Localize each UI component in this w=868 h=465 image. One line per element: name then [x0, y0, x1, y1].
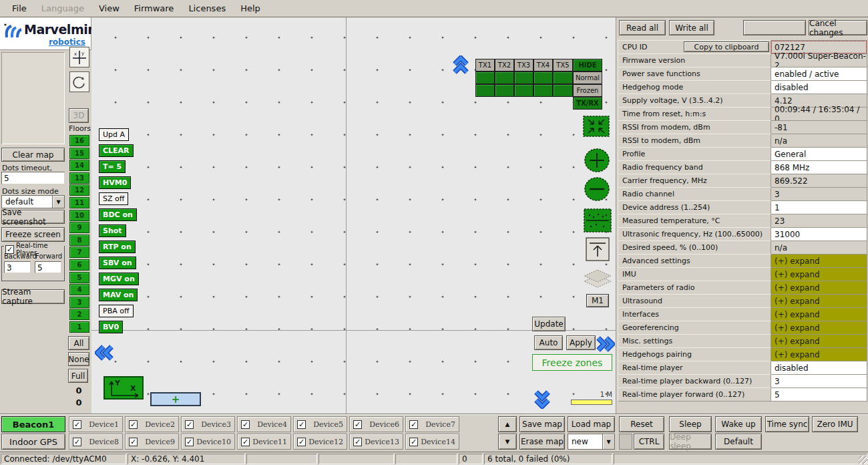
device-toggle-device14[interactable]: ✓Device14	[405, 434, 459, 450]
device-toggle-device13[interactable]: ✓Device13	[349, 434, 403, 450]
floor-button-1[interactable]: 1	[69, 321, 89, 333]
floor-button-14[interactable]: 14	[69, 160, 89, 171]
sleep-button[interactable]: Sleep	[669, 416, 712, 432]
floor-button-3[interactable]: 3	[69, 297, 89, 308]
tx-normal-cell[interactable]: Normal	[573, 71, 602, 84]
time-sync-button[interactable]: Time sync	[765, 416, 809, 432]
checkbox-icon[interactable]: ✓	[241, 438, 250, 446]
erase-map-button[interactable]: Erase map	[519, 434, 565, 450]
device-toggle-device8[interactable]: ✓Device8	[69, 434, 123, 450]
chevron-down-icon[interactable]: ▼	[52, 196, 64, 208]
clear-map-button[interactable]: Clear map	[1, 148, 65, 162]
reset-button[interactable]: Reset	[619, 416, 664, 432]
setting-value[interactable]: 5	[771, 388, 867, 402]
menu-item-view[interactable]: View	[92, 1, 126, 15]
3d-view-button[interactable]: 3D	[69, 108, 89, 123]
setting-value[interactable]: (+) expand	[771, 334, 867, 348]
floors-all-button[interactable]: All	[68, 336, 89, 350]
device-toggle-device5[interactable]: ✓Device5	[293, 416, 347, 432]
dots-timeout-input[interactable]: 5	[1, 172, 65, 184]
device-toggle-device4[interactable]: ✓Device4	[237, 416, 291, 432]
indoor-gps-tab[interactable]: Indoor GPS	[1, 434, 65, 450]
map-button-t-5[interactable]: T= 5	[99, 160, 126, 173]
dots-display-icon[interactable]	[584, 208, 612, 232]
chevron-double-up-icon[interactable]	[452, 55, 469, 75]
chevron-double-left-icon[interactable]	[95, 344, 115, 361]
menu-item-file[interactable]: File	[5, 1, 33, 15]
floor-button-7[interactable]: 7	[69, 247, 89, 258]
read-all-button[interactable]: Read all	[619, 20, 666, 35]
setting-value[interactable]: General	[771, 147, 867, 161]
checkbox-icon[interactable]: ✓	[409, 420, 418, 429]
setting-value[interactable]: (+) expand	[771, 321, 867, 335]
floors-none-button[interactable]: None	[68, 352, 89, 366]
checkbox-icon[interactable]: ✓	[353, 420, 362, 429]
tx-header-tx3[interactable]: TX3	[514, 59, 533, 71]
floor-button-13[interactable]: 13	[69, 172, 89, 184]
device-toggle-device6[interactable]: ✓Device6	[349, 416, 403, 432]
tx-cell[interactable]	[553, 71, 573, 84]
map-button-shot[interactable]: Shot	[99, 224, 126, 237]
save-map-button[interactable]: Save map	[519, 416, 565, 432]
tx-txrx-cell[interactable]: TX/RX	[573, 97, 602, 110]
beacon-tab[interactable]: Beacon1	[1, 416, 65, 432]
floor-button-8[interactable]: 8	[69, 235, 89, 246]
m1-button[interactable]: M1	[586, 294, 609, 307]
default-button[interactable]: Default	[715, 434, 762, 450]
rotate-view-button[interactable]	[69, 71, 89, 92]
tx-header-tx1[interactable]: TX1	[475, 59, 495, 71]
tx-cell[interactable]	[475, 84, 495, 97]
checkbox-icon[interactable]: ✓	[73, 420, 81, 429]
device-toggle-device12[interactable]: ✓Device12	[293, 434, 347, 450]
tx-cell[interactable]	[533, 84, 553, 97]
tx-cell[interactable]	[514, 84, 533, 97]
setting-value[interactable]: enabled / active	[771, 67, 867, 81]
device-toggle-device9[interactable]: ✓Device9	[125, 434, 179, 450]
stream-capture-button[interactable]: Stream capture	[1, 289, 65, 304]
setting-value[interactable]: (+) expand	[771, 281, 867, 295]
device-toggle-device11[interactable]: ✓Device11	[237, 434, 291, 450]
map-button-upd-a[interactable]: Upd A	[99, 128, 129, 141]
tx-header-tx5[interactable]: TX5	[553, 59, 573, 71]
axes-crosshair-button[interactable]: x y	[69, 47, 89, 67]
tx-header-tx4[interactable]: TX4	[533, 59, 553, 71]
checkbox-icon[interactable]: ✓	[129, 438, 138, 446]
wake-up-button[interactable]: Wake up	[715, 416, 762, 432]
floor-button-10[interactable]: 10	[69, 210, 89, 221]
dots-size-mode-select[interactable]: default ▼	[1, 195, 65, 208]
device-scroll-down-button[interactable]: ▼	[498, 434, 517, 450]
blank-button[interactable]	[743, 20, 806, 35]
device-toggle-device10[interactable]: ✓Device10	[181, 434, 235, 450]
map-button-pba-off[interactable]: PBA off	[99, 305, 134, 317]
checkbox-icon[interactable]: ✓	[185, 420, 194, 429]
zero-imu-button[interactable]: Zero IMU	[812, 416, 858, 432]
checkbox-icon[interactable]: ✓	[297, 420, 306, 429]
checkbox-icon[interactable]: ✓	[297, 438, 306, 446]
floor-button-11[interactable]: 11	[69, 197, 89, 208]
device-toggle-device1[interactable]: ✓Device1	[69, 416, 123, 432]
load-map-button[interactable]: Load map	[568, 416, 615, 432]
menu-item-language[interactable]: Language	[35, 1, 91, 15]
floor-button-9[interactable]: 9	[69, 222, 89, 233]
tx-cell[interactable]	[495, 71, 514, 84]
setting-value[interactable]: (+) expand	[771, 267, 867, 281]
chevron-double-right-icon[interactable]	[595, 335, 615, 353]
update-button[interactable]: Update	[532, 317, 566, 331]
setting-value[interactable]: (+) expand	[771, 254, 867, 268]
tx-hide-cell[interactable]: HIDE	[573, 59, 602, 71]
checkbox-icon[interactable]: ✓	[409, 438, 418, 446]
map-button-bv0[interactable]: BV0	[99, 321, 123, 333]
zoom-in-icon[interactable]	[584, 147, 610, 174]
setting-value[interactable]: disabled	[771, 361, 867, 375]
tx-cell[interactable]	[514, 71, 533, 84]
device-scroll-up-button[interactable]: ▲	[498, 416, 517, 432]
setting-value[interactable]: (+) expand	[771, 347, 867, 361]
setting-value[interactable]: disabled	[771, 80, 867, 94]
map-select[interactable]: new ▼	[568, 434, 615, 450]
apply-button[interactable]: Apply	[566, 335, 596, 350]
tx-header-tx2[interactable]: TX2	[495, 59, 514, 71]
ctrl-button[interactable]: CTRL	[634, 434, 664, 450]
checkbox-icon[interactable]: ✓	[73, 438, 81, 446]
checkbox-icon[interactable]: ✓	[241, 420, 250, 429]
tx-frozen-cell[interactable]: Frozen	[573, 84, 602, 97]
